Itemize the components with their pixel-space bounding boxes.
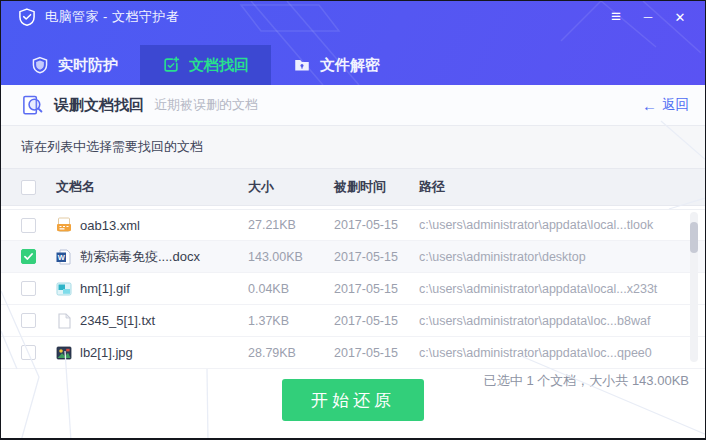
- row-checkbox[interactable]: [21, 218, 36, 233]
- deleted-time: 2017-05-15: [334, 250, 419, 264]
- back-arrow-icon: ←: [642, 98, 657, 113]
- file-size: 143.00KB: [248, 250, 334, 264]
- table-header: 文档名 大小 被删时间 路径: [1, 168, 705, 206]
- table-row[interactable]: 2345_5[1].txt 1.37KB 2017-05-15 c:\users…: [1, 305, 705, 337]
- shield-check-logo-icon: [17, 7, 37, 27]
- row-checkbox[interactable]: [21, 345, 36, 360]
- file-name: hm[1].gif: [80, 281, 130, 296]
- content-area: 误删文档找回 近期被误删的文档 ← 返回 请在列表中选择需要找回的文档 文档名 …: [1, 85, 705, 440]
- start-restore-button[interactable]: 开始还原: [282, 379, 424, 421]
- file-name: oab13.xml: [80, 218, 140, 233]
- file-size: 28.79KB: [248, 346, 334, 360]
- file-path: c:\users\administrator\appdata\local...t…: [419, 218, 705, 232]
- app-header: 电脑管家 - 文档守护者 ≡ ─ ✕ 实时防护: [1, 1, 705, 85]
- xml-file-icon: [56, 217, 72, 233]
- scrollbar-track[interactable]: [690, 212, 698, 362]
- file-path: c:\users\administrator\desktop: [419, 250, 705, 264]
- table-row[interactable]: lb2[1].jpg 28.79KB 2017-05-15 c:\users\a…: [1, 337, 705, 369]
- section-bar: 误删文档找回 近期被误删的文档 ← 返回: [1, 85, 705, 126]
- deleted-time: 2017-05-15: [334, 282, 419, 296]
- file-path: c:\users\administrator\appdata\local...x…: [419, 282, 705, 296]
- selection-summary: 已选中 1 个文档，大小共 143.00KB: [484, 372, 689, 390]
- column-header-path: 路径: [419, 178, 705, 196]
- minimize-icon[interactable]: ─: [637, 7, 659, 27]
- instruction-text: 请在列表中选择需要找回的文档: [1, 126, 705, 168]
- tab-label: 文件解密: [320, 56, 380, 75]
- file-size: 0.04KB: [248, 282, 334, 296]
- table-row[interactable]: hm[1].gif 0.04KB 2017-05-15 c:\users\adm…: [1, 273, 705, 305]
- file-name: 勒索病毒免疫....docx: [80, 248, 200, 266]
- file-name: 2345_5[1].txt: [80, 313, 155, 328]
- file-list: oab13.xml 27.21KB 2017-05-15 c:\users\ad…: [1, 206, 705, 369]
- deleted-time: 2017-05-15: [334, 218, 419, 232]
- window-controls: ≡ ─ ✕: [605, 7, 691, 27]
- file-path: c:\users\administrator\appdata\loc...qpe…: [419, 346, 705, 360]
- txt-file-icon: [56, 313, 72, 329]
- table-row[interactable]: oab13.xml 27.21KB 2017-05-15 c:\users\ad…: [1, 209, 705, 241]
- close-icon[interactable]: ✕: [669, 7, 691, 27]
- shield-icon: [31, 56, 49, 74]
- row-checkbox[interactable]: [21, 313, 36, 328]
- deleted-time: 2017-05-15: [334, 314, 419, 328]
- app-window: 电脑管家 - 文档守护者 ≡ ─ ✕ 实时防护: [0, 0, 706, 440]
- back-label: 返回: [662, 96, 689, 114]
- row-checkbox[interactable]: [21, 281, 36, 296]
- folder-lock-icon: [293, 56, 311, 74]
- tab-realtime-protection[interactable]: 实时防护: [9, 45, 140, 85]
- file-path: c:\users\administrator\appdata\loc...b8w…: [419, 314, 705, 328]
- deleted-time: 2017-05-15: [334, 346, 419, 360]
- section-subtitle: 近期被误删的文档: [154, 96, 258, 114]
- row-checkbox[interactable]: [21, 249, 36, 264]
- section-title: 误删文档找回: [54, 96, 144, 115]
- doc-search-icon: [21, 94, 44, 117]
- docx-file-icon: W: [56, 249, 72, 265]
- back-link[interactable]: ← 返回: [642, 96, 689, 114]
- svg-text:W: W: [58, 253, 66, 262]
- app-title: 电脑管家 - 文档守护者: [45, 8, 180, 26]
- tab-bar: 实时防护 文档找回 文件解密: [1, 33, 705, 85]
- column-header-size: 大小: [248, 178, 334, 196]
- tab-document-recovery[interactable]: 文档找回: [140, 45, 271, 85]
- scrollbar-thumb[interactable]: [690, 222, 698, 253]
- column-header-name: 文档名: [56, 178, 248, 196]
- gif-file-icon: [56, 281, 72, 297]
- column-header-deleted-time: 被删时间: [334, 178, 419, 196]
- jpg-file-icon: [56, 345, 72, 361]
- select-all-checkbox[interactable]: [21, 180, 36, 195]
- footer-panel: 已选中 1 个文档，大小共 143.00KB 开始还原: [1, 369, 705, 440]
- tab-label: 实时防护: [58, 56, 118, 75]
- tab-label: 文档找回: [189, 56, 249, 75]
- tab-file-decryption[interactable]: 文件解密: [271, 45, 402, 85]
- titlebar: 电脑管家 - 文档守护者 ≡ ─ ✕: [1, 1, 705, 33]
- table-row[interactable]: W 勒索病毒免疫....docx 143.00KB 2017-05-15 c:\…: [1, 241, 705, 273]
- file-size: 27.21KB: [248, 218, 334, 232]
- file-size: 1.37KB: [248, 314, 334, 328]
- doc-restore-icon: [162, 56, 180, 74]
- file-name: lb2[1].jpg: [80, 345, 133, 360]
- menu-icon[interactable]: ≡: [605, 7, 627, 27]
